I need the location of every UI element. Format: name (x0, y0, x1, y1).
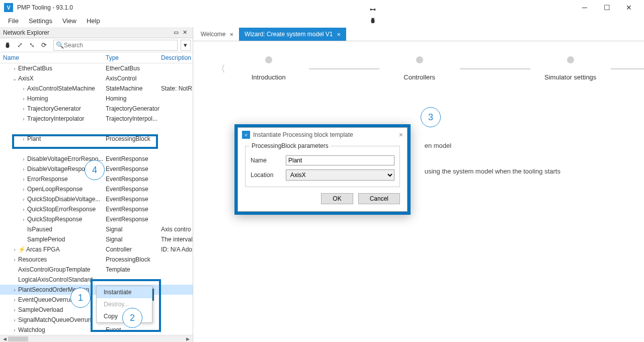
wizard-text-2: using the system model when the tooling … (425, 167, 560, 175)
wizard-text-1: en model (425, 142, 560, 149)
tree-row[interactable]: ⌄AxisXAxisControl (0, 73, 193, 83)
tab-wizard[interactable]: Wizard: Create system model V1 × (239, 28, 346, 41)
search-options-button[interactable]: ▾ (181, 40, 191, 51)
horizontal-scrollbar[interactable]: ◀ ▶ (0, 335, 193, 342)
callout-1: 1 (70, 288, 91, 308)
panel-title: Network Explorer (3, 29, 172, 36)
editor-tabs: Welcome × Wizard: Create system model V1… (193, 27, 644, 41)
menu-file[interactable]: File (3, 16, 24, 26)
tree-row[interactable]: IsPausedSignalAxis contro (0, 224, 193, 234)
tree-row[interactable]: ›WatchdogEvent (0, 325, 193, 335)
dialog-close-icon[interactable]: × (399, 131, 403, 139)
location-select[interactable]: AxisX (286, 169, 394, 181)
tree-row[interactable]: ›EtherCatBusEtherCatBus (0, 63, 193, 73)
ok-button[interactable]: OK (321, 193, 353, 204)
tree-row[interactable]: ›HomingHoming (0, 94, 193, 104)
tree-row[interactable]: SamplePeriodSignalThe interval (0, 234, 193, 244)
tab-close-icon[interactable]: × (337, 31, 341, 38)
tree-row[interactable]: ›TrajectoryGeneratorTrajectoryGenerator (0, 104, 193, 114)
search-input[interactable] (64, 42, 175, 49)
step-controllers: Controllers (404, 73, 435, 81)
name-label: Name (251, 157, 286, 164)
instantiate-dialog: V Instantiate Processing block template … (234, 124, 411, 215)
tab-welcome[interactable]: Welcome × (195, 28, 239, 41)
tree-row[interactable]: ›PlantProcessingBlock (0, 134, 193, 144)
search-box[interactable]: 🔍 (53, 40, 178, 51)
panel-close-button[interactable]: ✕ (181, 28, 190, 37)
col-name[interactable]: Name (0, 54, 106, 61)
tree-row[interactable]: ›QuickStopResponseEventResponse (0, 214, 193, 224)
column-header: Name Type Description (0, 52, 193, 63)
col-type[interactable]: Type (106, 54, 161, 61)
plug-tool-icon[interactable] (2, 40, 13, 51)
tree-row[interactable]: LogicalAxisControlStandard (0, 275, 193, 285)
tree-row[interactable]: ›⚡Arcas FPGAControllerID: N/A Ado (0, 244, 193, 254)
scroll-left-icon[interactable]: ◀ (1, 336, 8, 342)
tree-row[interactable]: ›AxisControlStateMachineStateMachineStat… (0, 83, 193, 94)
tree-row[interactable]: ›QuickStopDisableVoltage...EventResponse (0, 194, 193, 204)
tree-row[interactable]: ›OpenLoopResponseEventResponse (0, 184, 193, 194)
name-input[interactable] (286, 155, 394, 165)
svg-rect-1 (374, 9, 376, 11)
tree-row[interactable]: ›TrajectoryInterpolatorTrajectoryInterpo… (0, 114, 193, 124)
step-intro: Introduction (252, 73, 286, 81)
callout-3: 3 (421, 107, 441, 127)
collapse-tool-icon[interactable]: ⤡ (26, 40, 37, 51)
scroll-thumb[interactable] (8, 336, 28, 341)
menu-settings[interactable]: Settings (24, 16, 57, 26)
tab-close-icon[interactable]: × (230, 31, 234, 38)
dialog-title: Instantiate Processing block template (253, 131, 399, 138)
col-desc[interactable]: Description (161, 54, 193, 61)
plug-icon (369, 17, 376, 24)
dialog-legend: ProcessingBlock parameters (250, 142, 331, 149)
menu-view[interactable]: View (57, 16, 82, 26)
expand-tool-icon[interactable]: ⤢ (14, 40, 25, 51)
menu-help[interactable]: Help (82, 16, 105, 26)
callout-4: 4 (85, 160, 105, 180)
refresh-tool-icon[interactable]: ⟳ (38, 40, 49, 51)
search-icon: 🔍 (56, 41, 64, 49)
step-simulator: Simulator settings (544, 73, 596, 81)
scroll-right-icon[interactable]: ▶ (185, 336, 192, 342)
tree-row[interactable] (0, 144, 193, 154)
tree-row[interactable]: ›ResourcesProcessingBlock (0, 254, 193, 265)
ctx-instantiate[interactable]: Instantiate (97, 286, 152, 298)
app-icon: V (4, 3, 13, 12)
menu-bar: File Settings View Help localhost (0, 15, 644, 27)
panel-float-button[interactable]: ▭ (172, 28, 181, 37)
svg-rect-2 (372, 9, 374, 10)
svg-rect-0 (370, 9, 372, 11)
wizard-prev-icon[interactable]: 〈 (213, 61, 228, 76)
cancel-button[interactable]: Cancel (358, 193, 400, 204)
tree-row[interactable] (0, 124, 193, 134)
dialog-icon: V (242, 131, 250, 139)
callout-2: 2 (122, 308, 142, 328)
connection-icon (369, 6, 376, 13)
tree-row[interactable]: AxisControlGroupTemplateTemplate (0, 265, 193, 275)
ctx-destroy[interactable]: Destroy... (97, 298, 152, 310)
tree-row[interactable]: ›QuickStopErrorResponseEventResponse (0, 204, 193, 214)
location-label: Location (251, 172, 286, 179)
